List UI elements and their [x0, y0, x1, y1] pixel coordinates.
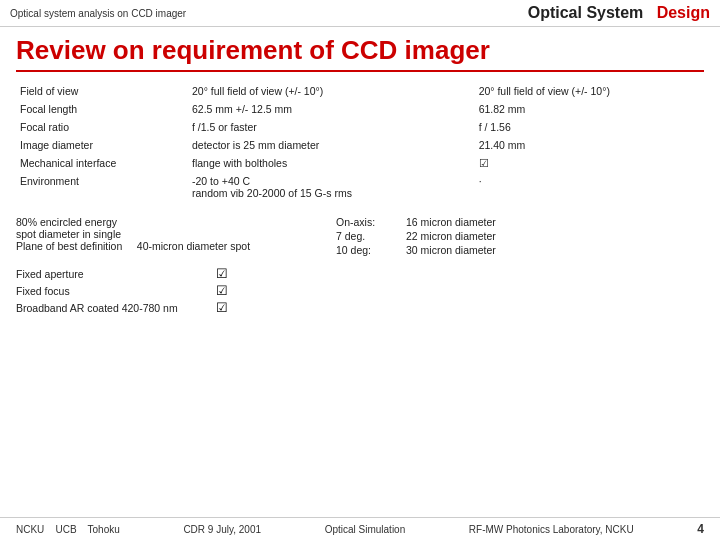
footer-lab: RF-MW Photonics Laboratory, NCKU [469, 524, 634, 535]
header: Optical system analysis on CCD imager Op… [0, 0, 720, 27]
fixed-label: Fixed focus [16, 285, 216, 297]
actual-cell: · [475, 172, 704, 202]
fixed-check: ☑ [216, 266, 436, 281]
actual-cell: 20° full field of view (+/- 10°) [475, 82, 704, 100]
table-gap [16, 202, 704, 210]
table-row: Focal length62.5 mm +/- 12.5 mm61.82 mm [16, 100, 704, 118]
table-row: Image diameterdetector is 25 mm diameter… [16, 136, 704, 154]
req-cell: 20° full field of view (+/- 10°) [188, 82, 475, 100]
footer-simulation: Optical Simulation [325, 524, 406, 535]
req-cell: 62.5 mm +/- 12.5 mm [188, 100, 475, 118]
param-cell: Mechanical interface [16, 154, 188, 172]
fixed-row: Fixed aperture☑ [16, 266, 704, 281]
perf-right: On-axis:16 micron diameter7 deg.22 micro… [336, 216, 704, 258]
param-cell: Environment [16, 172, 188, 202]
page-title: Review on requirement of CCD imager [16, 35, 704, 72]
fixed-row: Fixed focus☑ [16, 283, 704, 298]
table-row: Mechanical interfaceflange with bolthole… [16, 154, 704, 172]
perf-left: 80% encircled energyspot diameter in sin… [16, 216, 336, 258]
param-cell: Field of view [16, 82, 188, 100]
actual-cell: ☑ [475, 154, 704, 172]
fixed-label: Broadband AR coated 420-780 nm [16, 302, 216, 314]
req-cell: f /1.5 or faster [188, 118, 475, 136]
requirements-table: Field of view20° full field of view (+/-… [16, 82, 704, 210]
footer-cdr: CDR 9 July, 2001 [183, 524, 261, 535]
footer-ncku: NCKU [16, 524, 44, 535]
fixed-label: Fixed aperture [16, 268, 216, 280]
param-cell: Image diameter [16, 136, 188, 154]
actual-cell: 21.40 mm [475, 136, 704, 154]
footer-institutions: NCKU UCB Tohoku [16, 524, 120, 535]
req-cell: flange with boltholes [188, 154, 475, 172]
param-cell: Focal ratio [16, 118, 188, 136]
main-content: Field of view20° full field of view (+/-… [0, 78, 720, 321]
header-optical: Optical System [528, 4, 644, 21]
footer: NCKU UCB Tohoku CDR 9 July, 2001 Optical… [0, 517, 720, 540]
fixed-check: ☑ [216, 283, 436, 298]
fixed-row: Broadband AR coated 420-780 nm☑ [16, 300, 704, 315]
axis-label: 10 deg: [336, 244, 406, 256]
performance-section: 80% encircled energyspot diameter in sin… [16, 216, 704, 258]
footer-ucb: UCB [55, 524, 76, 535]
perf-left-label: 80% encircled energyspot diameter in sin… [16, 216, 328, 252]
axis-value: 22 micron diameter [406, 230, 496, 242]
header-title: Optical System Design [528, 4, 710, 22]
perf-req-text: 40-micron diameter spot [137, 240, 250, 252]
fixed-section: Fixed aperture☑Fixed focus☑Broadband AR … [16, 266, 704, 315]
axis-value: 16 micron diameter [406, 216, 496, 228]
table-row: Environment-20 to +40 Crandom vib 20-200… [16, 172, 704, 202]
fixed-check: ☑ [216, 300, 436, 315]
footer-tohoku: Tohoku [88, 524, 120, 535]
header-design: Design [657, 4, 710, 21]
actual-cell: 61.82 mm [475, 100, 704, 118]
axis-value: 30 micron diameter [406, 244, 496, 256]
req-cell: detector is 25 mm diameter [188, 136, 475, 154]
perf-right-row: 7 deg.22 micron diameter [336, 230, 704, 242]
header-subtitle: Optical system analysis on CCD imager [10, 8, 186, 19]
perf-right-row: On-axis:16 micron diameter [336, 216, 704, 228]
perf-label-text: 80% encircled energyspot diameter in sin… [16, 216, 122, 252]
actual-cell: f / 1.56 [475, 118, 704, 136]
param-cell: Focal length [16, 100, 188, 118]
footer-page: 4 [697, 522, 704, 536]
req-cell: -20 to +40 Crandom vib 20-2000 of 15 G-s… [188, 172, 475, 202]
perf-right-row: 10 deg:30 micron diameter [336, 244, 704, 256]
table-row: Field of view20° full field of view (+/-… [16, 82, 704, 100]
table-row: Focal ratiof /1.5 or fasterf / 1.56 [16, 118, 704, 136]
axis-label: On-axis: [336, 216, 406, 228]
axis-label: 7 deg. [336, 230, 406, 242]
